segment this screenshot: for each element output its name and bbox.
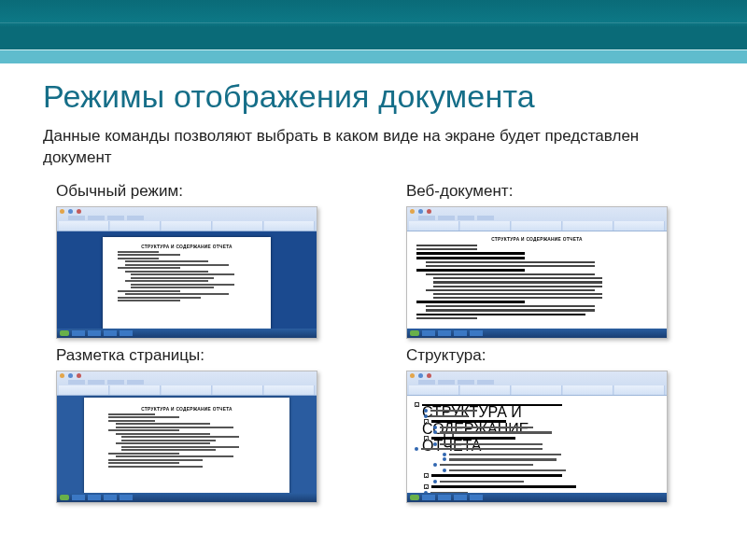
header-banner: [0, 0, 747, 50]
view-normal-cell: Обычный режим: СТРУКТУРА И СОДЕРЖАНИЕ ОТ…: [56, 182, 341, 339]
view-web-cell: Веб-документ: СТРУКТУРА И СОДЕРЖАНИЕ ОТЧ…: [406, 182, 691, 339]
views-grid: Обычный режим: СТРУКТУРА И СОДЕРЖАНИЕ ОТ…: [43, 182, 704, 503]
taskbar-icon: [407, 329, 667, 338]
screenshot-web: СТРУКТУРА И СОДЕРЖАНИЕ ОТЧЕТА: [406, 206, 668, 339]
taskbar-icon: [407, 493, 667, 502]
ribbon-icon: [57, 371, 317, 396]
plus-icon: [415, 402, 419, 407]
screenshot-outline: СТРУКТУРА И СОДЕРЖАНИЕ ОТЧЕТА: [406, 371, 668, 503]
document-area: СТРУКТУРА И СОДЕРЖАНИЕ ОТЧЕТА: [57, 231, 317, 329]
taskbar-icon: [57, 329, 317, 338]
page-icon: СТРУКТУРА И СОДЕРЖАНИЕ ОТЧЕТА: [103, 237, 271, 330]
screenshot-pagelayout: СТРУКТУРА И СОДЕРЖАНИЕ ОТЧЕТА: [56, 371, 317, 503]
doc-heading: СТРУКТУРА И СОДЕРЖАНИЕ ОТЧЕТА: [108, 407, 265, 412]
doc-heading: СТРУКТУРА И СОДЕРЖАНИЕ ОТЧЕТА: [118, 245, 256, 249]
accent-line: [0, 50, 747, 63]
doc-heading: СТРУКТУРА И СОДЕРЖАНИЕ ОТЧЕТА: [422, 404, 562, 407]
page-icon: СТРУКТУРА И СОДЕРЖАНИЕ ОТЧЕТА: [84, 398, 289, 498]
slide-title: Режимы отображения документа: [43, 78, 704, 115]
slide-body: Режимы отображения документа Данные кома…: [0, 63, 747, 503]
view-normal-label: Обычный режим:: [56, 182, 341, 201]
ribbon-icon: [57, 207, 317, 231]
screenshot-normal: СТРУКТУРА И СОДЕРЖАНИЕ ОТЧЕТА: [56, 206, 317, 339]
view-outline-cell: Структура: СТРУКТУРА И СОДЕРЖАНИЕ ОТЧЕТА: [406, 346, 691, 503]
slide-subtitle: Данные команды позволяют выбрать в каком…: [43, 126, 704, 169]
doc-heading: СТРУКТУРА И СОДЕРЖАНИЕ ОТЧЕТА: [416, 237, 657, 242]
view-outline-label: Структура:: [406, 346, 691, 365]
view-pagelayout-label: Разметка страницы:: [56, 346, 341, 365]
ribbon-icon: [407, 207, 667, 231]
taskbar-icon: [57, 493, 317, 502]
view-web-label: Веб-документ:: [406, 182, 691, 201]
document-area: СТРУКТУРА И СОДЕРЖАНИЕ ОТЧЕТА: [407, 396, 667, 493]
view-pagelayout-cell: Разметка страницы: СТРУКТУРА И СОДЕРЖАНИ…: [56, 346, 341, 503]
document-area: СТРУКТУРА И СОДЕРЖАНИЕ ОТЧЕТА: [57, 396, 317, 493]
ribbon-icon: [407, 371, 667, 396]
document-area: СТРУКТУРА И СОДЕРЖАНИЕ ОТЧЕТА: [407, 231, 667, 329]
